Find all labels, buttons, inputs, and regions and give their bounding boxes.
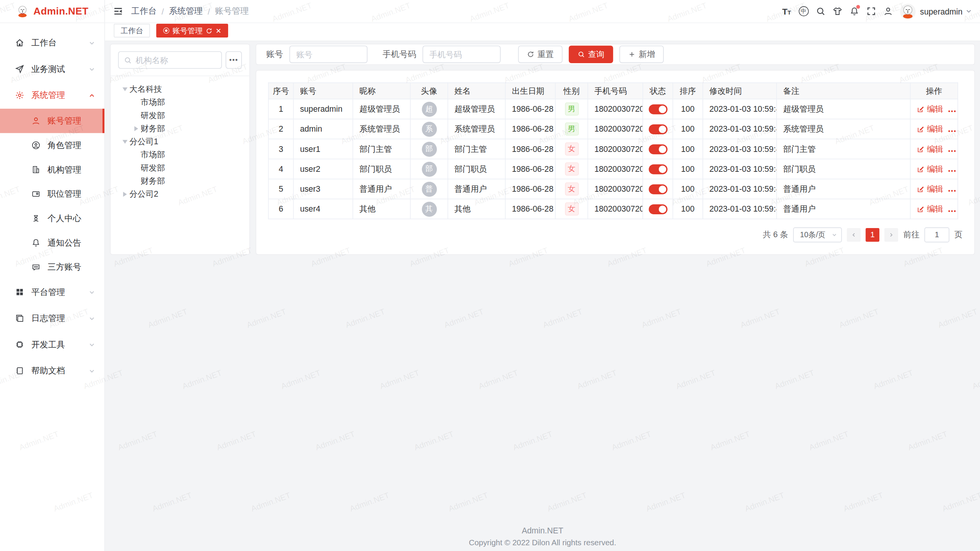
account-label: 账号 <box>266 49 283 60</box>
app-logo[interactable]: Admin.NET <box>0 0 105 23</box>
goto-page-input[interactable] <box>924 227 949 242</box>
gear-icon <box>15 91 25 101</box>
sidebar-item-position-management[interactable]: 职位管理 <box>0 182 105 206</box>
status-toggle[interactable] <box>648 204 667 214</box>
more-actions-button[interactable]: ••• <box>948 187 957 194</box>
more-actions-button[interactable]: ••• <box>948 107 957 114</box>
sidebar-item-notice-announcement[interactable]: 通知公告 <box>0 230 105 255</box>
add-button[interactable]: 新增 <box>619 46 664 63</box>
page-number-current[interactable]: 1 <box>866 228 879 242</box>
caret-right-icon[interactable] <box>121 190 129 199</box>
edit-button[interactable]: 编辑 <box>917 203 943 214</box>
more-actions-button[interactable]: ••• <box>948 127 957 134</box>
sidebar-item-third-party-account[interactable]: 三方账号 <box>0 255 105 279</box>
tree-node[interactable]: 财务部 <box>111 174 249 187</box>
refresh-icon[interactable] <box>206 27 212 34</box>
next-page-button[interactable] <box>884 228 898 242</box>
tree-node[interactable]: 市场部 <box>111 148 249 161</box>
cell-modified: 2023-01-03 10:59:44 <box>703 199 777 219</box>
more-actions-button[interactable]: ••• <box>948 167 957 174</box>
edit-button[interactable]: 编辑 <box>917 183 943 194</box>
active-dot-icon <box>163 28 169 34</box>
status-toggle[interactable] <box>648 164 667 174</box>
cell-modified: 2023-01-03 10:59:44 <box>703 159 777 179</box>
phone-input[interactable] <box>423 46 501 63</box>
tree-node[interactable]: 大名科技 <box>111 83 249 96</box>
menu-fold-icon[interactable] <box>113 6 124 17</box>
edit-button[interactable]: 编辑 <box>917 103 943 114</box>
query-button[interactable]: 查询 <box>569 46 613 63</box>
avatar: 超 <box>421 101 436 116</box>
sidebar-item-organization-management[interactable]: 机构管理 <box>0 157 105 182</box>
breadcrumb-item[interactable]: 工作台 <box>131 6 157 17</box>
sidebar-item-log-management[interactable]: 日志管理 <box>0 305 105 332</box>
tab-workbench[interactable]: 工作台 <box>114 24 150 37</box>
tree-more-button[interactable]: ••• <box>225 51 242 69</box>
search-icon[interactable] <box>812 4 829 19</box>
sidebar-item-personal-center[interactable]: 个人中心 <box>0 206 105 231</box>
status-toggle[interactable] <box>648 124 667 134</box>
sidebar-item-label: 机构管理 <box>47 164 96 175</box>
org-search-input[interactable] <box>136 55 216 64</box>
sidebar-item-label: 帮助文档 <box>31 365 88 377</box>
sidebar-item-role-management[interactable]: 角色管理 <box>0 133 105 158</box>
account-input[interactable] <box>289 46 368 63</box>
edit-button[interactable]: 编辑 <box>917 143 943 155</box>
chevron-down-icon[interactable] <box>965 8 973 15</box>
caret-right-icon[interactable] <box>132 124 140 133</box>
avatar: 普 <box>421 181 436 196</box>
cell-remark: 部门主管 <box>777 139 910 159</box>
prev-page-button[interactable] <box>847 228 861 242</box>
status-toggle[interactable] <box>648 104 667 114</box>
page-size-select[interactable]: 10条/页 <box>793 227 842 242</box>
tree-node[interactable]: 市场部 <box>111 96 249 109</box>
sidebar-item-platform-management[interactable]: 平台管理 <box>0 279 105 306</box>
person-icon[interactable] <box>879 4 896 19</box>
edit-icon <box>917 185 924 193</box>
tab-account-management[interactable]: 账号管理 ✕ <box>156 24 228 37</box>
cell-name: 普通用户 <box>448 179 505 199</box>
notification-bell-icon[interactable] <box>846 4 862 19</box>
status-toggle[interactable] <box>648 184 667 194</box>
edit-button[interactable]: 编辑 <box>917 123 943 134</box>
caret-down-icon[interactable] <box>121 85 129 93</box>
sidebar-item-business-test[interactable]: 业务测试 <box>0 56 105 83</box>
sidebar-item-workbench[interactable]: 工作台 <box>0 30 105 56</box>
cell-order: 100 <box>673 199 703 219</box>
more-actions-button[interactable]: ••• <box>948 207 957 214</box>
theme-skin-icon[interactable] <box>829 4 846 19</box>
gender-badge: 女 <box>565 143 578 155</box>
col-header: 备注 <box>777 83 910 99</box>
col-header: 状态 <box>643 83 673 99</box>
tree-node[interactable]: 研发部 <box>111 161 249 174</box>
more-actions-button[interactable]: ••• <box>948 147 957 154</box>
tree-node[interactable]: 分公司2 <box>111 187 249 201</box>
username-label[interactable]: superadmin <box>920 7 962 16</box>
sidebar-item-system-management[interactable]: 系统管理 <box>0 83 105 109</box>
sidebar-item-dev-tools[interactable]: 开发工具 <box>0 332 105 358</box>
caret-down-icon[interactable] <box>121 137 129 146</box>
tree-node[interactable]: 研发部 <box>111 109 249 122</box>
edit-button[interactable]: 编辑 <box>917 163 943 174</box>
language-icon[interactable]: 中 <box>795 4 812 19</box>
filter-bar: 账号 手机号码 重置 查询 新增 <box>256 44 975 65</box>
status-toggle[interactable] <box>648 144 667 154</box>
edit-icon <box>917 145 924 153</box>
main-content: ••• 大名科技 市场部 研发部 财务部 分公司1 市场部 研发部 财务部 分公… <box>105 41 980 551</box>
cell-remark: 普通用户 <box>777 179 910 199</box>
breadcrumb-item[interactable]: 系统管理 <box>169 6 203 17</box>
reset-button[interactable]: 重置 <box>518 46 562 63</box>
tree-node[interactable]: 财务部 <box>111 122 249 135</box>
page-footer: Admin.NET Copyright © 2022 Dilon All rig… <box>105 526 980 548</box>
sidebar-item-help-docs[interactable]: 帮助文档 <box>0 358 105 385</box>
cell-remark: 超级管理员 <box>777 99 910 119</box>
tree-node[interactable]: 分公司1 <box>111 135 249 148</box>
close-icon[interactable]: ✕ <box>216 27 221 34</box>
sidebar-item-account-management[interactable]: 账号管理 <box>0 109 105 133</box>
cell-order: 100 <box>673 99 703 119</box>
user-avatar[interactable] <box>900 3 916 19</box>
fullscreen-icon[interactable] <box>862 4 879 19</box>
copy-document-icon <box>15 314 25 324</box>
col-header: 性别 <box>555 83 588 99</box>
font-size-icon[interactable]: TT <box>778 4 795 19</box>
